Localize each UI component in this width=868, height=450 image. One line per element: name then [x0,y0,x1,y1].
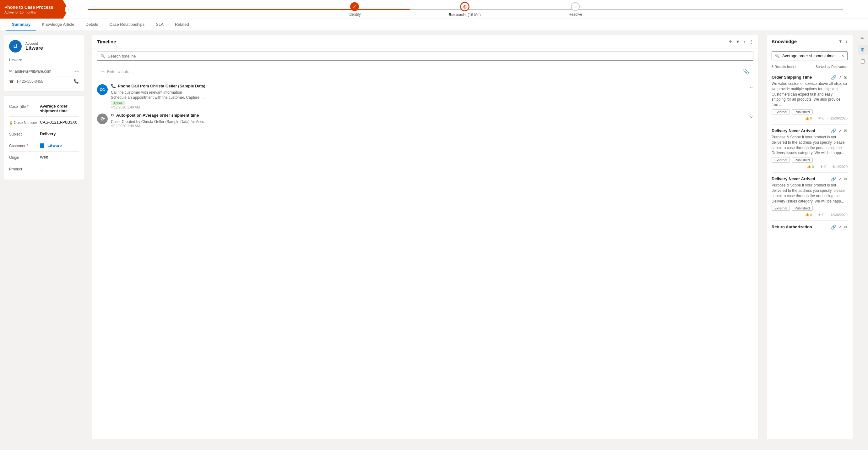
knowledge-item-3: Delivery Never Arrived 🔗 ↗ ✉ Purpose & S… [772,173,847,221]
eye-icon-2: 👁 [820,165,824,169]
note-input-row[interactable]: ✏ Enter a note... 📎 [97,66,753,77]
ki-title-2[interactable]: Delivery Never Arrived [772,128,815,133]
timeline-item: CG 📞 Phone Call from Christa Geller (Sam… [97,84,753,109]
process-step-research[interactable]: ◎ Research (16 Mo) [449,2,481,17]
timeline-avatar-cg: CG [97,84,108,95]
tab-related[interactable]: Related [169,19,195,30]
knowledge-header-actions: ▼ ↕ [838,39,847,44]
timeline-search-input[interactable] [108,54,750,58]
middle-panel: Timeline + ▼ ↕ ⋮ 🔍 ✏ Enter a note... 📎 [88,31,763,443]
step-circle-research: ◎ [460,2,469,11]
tab-case-relationships[interactable]: Case Relationships [104,19,150,30]
attach-icon[interactable]: 📎 [743,68,749,75]
call-icon[interactable]: 📞 [74,79,79,84]
field-value-title[interactable]: Average order shipment time [40,104,79,113]
field-value-subject[interactable]: Delivery [40,132,56,136]
step-circle-identify: ✓ [350,2,359,11]
process-bar: Phone to Case Process Active for 16 mont… [0,0,868,19]
step-label-identify: Identify [349,12,361,17]
ki-link-icon-4[interactable]: 🔗 [831,225,836,230]
case-field-title: Case Title* Average order shipment time [9,101,79,117]
tl-expand-2[interactable]: ⌄ [749,113,753,119]
ki-date-2: 4/14/2020 [832,165,847,169]
ki-link-icon-2[interactable]: 🔗 [831,128,836,133]
tl-body1-1: Call the customer with relevant informat… [111,90,753,95]
clipboard-icon: 📋 [860,58,865,63]
timeline-item-2: ⟳ ⟳ Auto-post on Average order shipment … [97,113,753,128]
knowledge-sort-label: Sorted by Relevance [815,65,847,68]
timeline-more-icon[interactable]: ⋮ [749,39,753,44]
ki-link-icon-3[interactable]: 🔗 [831,176,836,181]
tab-summary[interactable]: Summary [6,19,36,30]
lock-icon: 🔒 [9,121,13,124]
knowledge-sort-icon[interactable]: ↕ [846,39,848,44]
case-field-product: Product --- [9,163,79,174]
knowledge-filter-icon[interactable]: ▼ [838,39,843,44]
sidebar-edit-button[interactable]: ✏ [858,33,868,44]
tl-title-1: 📞 Phone Call from Christa Geller (Sample… [111,84,206,88]
ki-external-icon-4[interactable]: ↗ [838,225,842,230]
ki-tag-published-1: Published [792,109,812,114]
ki-email-icon-3[interactable]: ✉ [844,176,847,181]
ki-title-4[interactable]: Return Authorization [772,225,812,229]
ki-external-icon-1[interactable]: ↗ [838,75,842,80]
timeline-sort-icon[interactable]: ↕ [744,39,746,44]
ki-tag-external-3: External [772,206,790,211]
process-subtitle: Active for 16 months [4,10,58,14]
sidebar-clipboard-button[interactable]: 📋 [858,56,868,66]
auto-post-icon: ⟳ [111,113,114,118]
ki-email-icon-1[interactable]: ✉ [844,75,847,80]
field-value-product: --- [40,166,44,171]
account-card: Li Account Litware Litware ✉ andrewr@lit… [4,35,84,91]
process-step-resolve[interactable]: ○ Resolve [569,2,582,17]
field-value-origin: Web [40,155,49,160]
ki-link-icon-1[interactable]: 🔗 [831,75,836,80]
tl-expand-1[interactable]: ⌄ [749,84,753,90]
ki-likes-2: 👍 0 [807,165,814,169]
case-field-number: 🔒 Case Number CAS-01213-P8B3X0 [9,117,79,128]
ki-tags-3: External Published [772,206,847,211]
step-label-research: Research (16 Mo) [449,12,481,17]
timeline-add-button[interactable]: + [729,39,732,44]
ki-external-icon-3[interactable]: ↗ [838,176,842,181]
case-card: Case Title* Average order shipment time … [4,95,84,180]
tab-knowledge-article[interactable]: Knowledge Article [36,19,80,30]
field-value-customer[interactable]: Litware [40,143,62,148]
timeline-items: CG 📞 Phone Call from Christa Geller (Sam… [92,81,758,130]
knowledge-search-clear-button[interactable]: ✕ [841,54,844,58]
ki-body-1: We value customer service above all else… [772,81,847,108]
tab-sla[interactable]: SLA [150,19,169,30]
ki-email-icon-2[interactable]: ✉ [844,128,847,133]
process-step-identify[interactable]: ✓ Identify [349,2,361,17]
tl-time-2: 4/12/2020 1:48 AM [111,124,753,128]
ki-title-3[interactable]: Delivery Never Arrived [772,176,815,181]
tab-details[interactable]: Details [80,19,104,30]
knowledge-search-input[interactable] [782,53,839,58]
knowledge-title: Knowledge [772,39,797,44]
knowledge-results-info: 6 Results found Sorted by Relevance [767,63,852,71]
timeline-filter-icon[interactable]: ▼ [736,39,740,44]
sidebar-grid-button[interactable]: ⊞ [858,45,868,55]
required-marker-title: * [27,104,29,109]
process-collapse-button[interactable]: ‹ [65,6,72,13]
process-title: Phone to Case Process [4,5,58,10]
timeline-content-1: 📞 Phone Call from Christa Geller (Sample… [111,84,753,109]
ki-views-3: 👁 0 [818,213,824,217]
required-marker-customer: * [27,144,28,148]
ki-email-icon-4[interactable]: ✉ [844,225,847,230]
knowledge-card: Knowledge ▼ ↕ 🔍 ✕ 6 Results found Sorted… [766,35,853,439]
ki-actions-1: 🔗 ↗ ✉ [831,75,847,80]
account-name[interactable]: Litware [25,45,43,51]
send-email-icon[interactable]: ⇨ [75,69,79,74]
ki-external-icon-2[interactable]: ↗ [838,128,842,133]
grid-icon: ⊞ [861,47,865,52]
process-header: Phone to Case Process Active for 16 mont… [0,0,63,19]
ki-body-3: Purpose & Scope If your product is not d… [772,183,847,204]
ki-date-3: 12/30/2020 [830,213,847,217]
case-field-customer: Customer* Litware [9,140,79,151]
account-avatar: Li [9,40,22,53]
knowledge-item-2: Delivery Never Arrived 🔗 ↗ ✉ Purpose & S… [772,124,847,173]
account-type-label: Account [25,41,43,45]
ki-title-1[interactable]: Order Shipping Time [772,75,812,80]
ki-footer-1: 👍 0 · 👁 0 · 12/30/2020 [772,116,847,120]
